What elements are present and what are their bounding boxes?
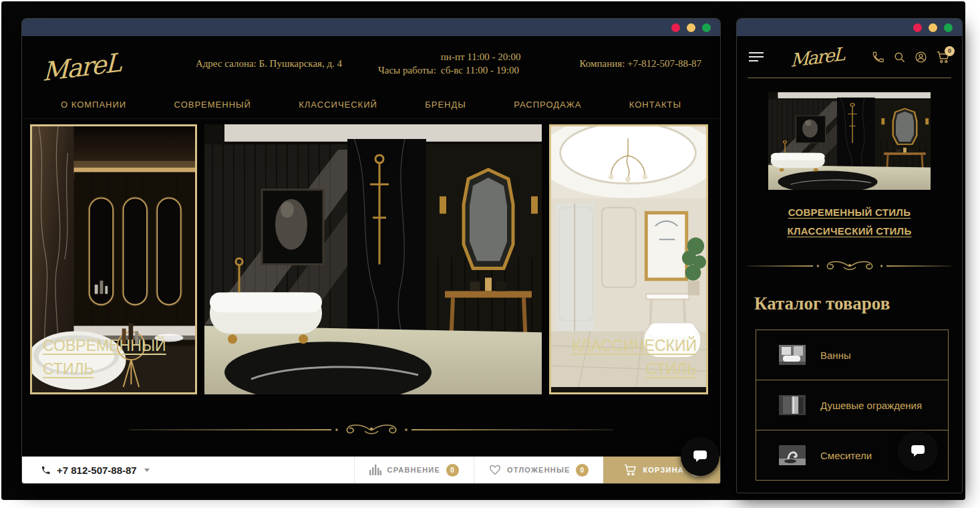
divider-line-left (129, 429, 331, 430)
mobile-header: MareL (737, 36, 962, 78)
cart-icon[interactable]: 0 (936, 51, 950, 64)
compare-count-badge: 0 (446, 464, 459, 477)
brand-logo[interactable]: MareL (42, 40, 182, 87)
hours-weekdays: пн-пт 11:00 - 20:00 (441, 51, 521, 63)
mobile-cart-count-badge: 0 (945, 46, 955, 56)
compare-label: СРАВНЕНИЕ (387, 466, 440, 474)
hours-weekend: сб-вс 11:00 - 19:00 (441, 65, 521, 76)
modern-style-link[interactable]: СОВРЕМЕННЫЙ СТИЛЬ (737, 207, 962, 218)
chat-bubble-icon (691, 448, 709, 465)
desktop-browser-window: MareL Адрес салона: Б. Пушкарская, д. 4 … (22, 19, 720, 483)
faucets-thumbnail (779, 445, 806, 465)
maximize-window-dot[interactable] (702, 23, 711, 32)
working-hours: Часы работы: пн-пт 11:00 - 20:00 сб-вс 1… (355, 51, 544, 76)
nav-item-contacts[interactable]: КОНТАКТЫ (629, 100, 681, 110)
main-nav: О КОМПАНИИ СОВРЕМЕННЫЙ КЛАССИЧЕСКИЙ БРЕН… (22, 91, 720, 119)
nav-item-sale[interactable]: РАСПРОДАЖА (514, 100, 581, 110)
nav-item-about[interactable]: О КОМПАНИИ (61, 100, 126, 110)
heart-icon (489, 465, 501, 475)
nav-item-modern[interactable]: СОВРЕМЕННЫЙ (174, 100, 251, 110)
minimize-window-dot[interactable] (929, 23, 937, 32)
classic-style-card[interactable]: КЛАССИЧЕСКИЙ СТИЛЬ (549, 124, 708, 394)
divider-line-right (412, 429, 614, 430)
luxury-bathroom-image (768, 92, 931, 190)
catalog-item-baths[interactable]: Ванны (756, 330, 949, 380)
footer-spacer (168, 457, 354, 483)
close-window-dot[interactable] (671, 23, 680, 32)
hamburger-menu-icon[interactable] (749, 52, 764, 61)
divider-line-left (748, 265, 813, 267)
chat-widget-button[interactable] (898, 431, 938, 471)
wishlist-button[interactable]: ОТЛОЖЕННЫЕ 0 (474, 457, 603, 483)
baths-thumbnail (779, 345, 806, 365)
hero-slide[interactable] (204, 124, 542, 394)
nav-item-classic[interactable]: КЛАССИЧЕСКИЙ (299, 100, 377, 110)
account-icon[interactable] (915, 51, 927, 64)
classic-style-link[interactable]: КЛАССИЧЕСКИЙ СТИЛЬ (570, 334, 697, 382)
catalog-title: Каталог товаров (754, 293, 962, 314)
search-icon[interactable] (893, 51, 906, 64)
catalog-item-showers[interactable]: Душевые ограждения (756, 380, 949, 430)
wishlist-count-badge: 0 (576, 464, 589, 477)
close-window-dot[interactable] (913, 23, 922, 32)
sticky-bottom-bar: +7 812-507-88-87 СРАВНЕНИЕ 0 ОТ (22, 457, 720, 483)
header-divider-line (748, 78, 951, 78)
phone-dropdown-caret[interactable] (144, 469, 150, 472)
divider-line-right (886, 265, 952, 267)
catalog-item-label: Душевые ограждения (820, 400, 922, 411)
flourish-ornament-icon (813, 259, 886, 273)
style-links: СОВРЕМЕННЫЙ СТИЛЬ КЛАССИЧЕСКИЙ СТИЛЬ (737, 199, 962, 244)
flourish-ornament-icon (331, 422, 412, 437)
phone-icon (41, 465, 51, 475)
hours-label: Часы работы: (378, 65, 436, 76)
brand-logo[interactable]: MareL (790, 43, 844, 70)
chat-widget-button[interactable] (681, 437, 719, 476)
luxury-bathroom-image (204, 124, 542, 394)
wishlist-label: ОТЛОЖЕННЫЕ (507, 466, 570, 474)
modern-style-link[interactable]: СОВРЕМЕННЫЙ СТИЛЬ (43, 334, 176, 382)
minimize-window-dot[interactable] (687, 23, 695, 32)
company-phone: Компания: +7-812-507-88-87 (544, 58, 704, 70)
nav-item-brands[interactable]: БРЕНДЫ (425, 100, 466, 110)
site-header: MareL Адрес салона: Б. Пушкарская, д. 4 … (22, 36, 720, 91)
ornamental-divider (129, 422, 613, 437)
mobile-hero-image[interactable] (768, 92, 931, 190)
classic-style-link[interactable]: КЛАССИЧЕСКИЙ СТИЛЬ (737, 225, 962, 237)
compare-button[interactable]: СРАВНЕНИЕ 0 (354, 457, 474, 483)
desktop-page: MareL Адрес салона: Б. Пушкарская, д. 4 … (22, 36, 720, 483)
mobile-page: MareL (737, 36, 962, 493)
catalog-item-label: Смесители (820, 450, 872, 461)
catalog-item-label: Ванны (820, 350, 851, 361)
mobile-browser-window: MareL (737, 19, 962, 493)
desktop-titlebar[interactable] (22, 19, 720, 36)
compare-bars-icon (369, 465, 381, 475)
chat-bubble-icon (909, 442, 927, 460)
salon-address: Адрес салона: Б. Пушкарская, д. 4 (182, 58, 355, 70)
modern-style-card[interactable]: СОВРЕМЕННЫЙ СТИЛЬ (30, 124, 197, 394)
ornamental-divider (748, 259, 951, 273)
maximize-window-dot[interactable] (944, 23, 953, 32)
mobile-titlebar[interactable] (737, 19, 962, 36)
footer-phone-number: +7 812-507-88-87 (57, 465, 137, 476)
screenshot-stage: MareL Адрес салона: Б. Пушкарская, д. 4 … (0, 0, 980, 508)
cart-icon (623, 464, 637, 476)
phone-icon[interactable] (872, 51, 884, 64)
style-slider: СОВРЕМЕННЫЙ СТИЛЬ КЛАССИЧЕСКИЙ СТИЛЬ (30, 124, 708, 394)
mobile-header-icons: 0 (872, 51, 950, 64)
cart-label: КОРЗИНА (643, 466, 684, 474)
footer-phone[interactable]: +7 812-507-88-87 (22, 457, 168, 483)
showers-thumbnail (779, 395, 806, 415)
